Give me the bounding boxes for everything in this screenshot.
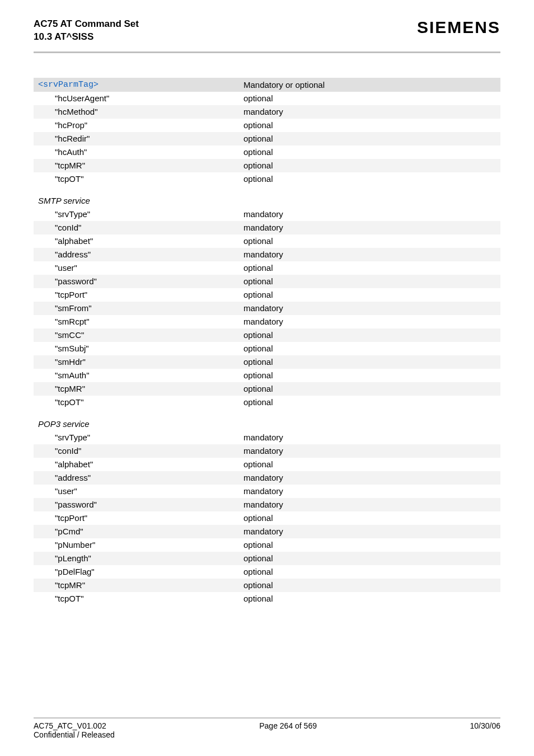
table-row: "pLength"optional	[34, 552, 500, 565]
table-row: "tcpMR"optional	[34, 159, 500, 172]
row-val: optional	[239, 119, 500, 132]
table-header-tag: <srvParmTag>	[34, 78, 239, 92]
page-footer: AC75_ATC_V01.002 Page 264 of 569 10/30/0…	[34, 717, 500, 739]
srvparmtag-link[interactable]: <srvParmTag>	[38, 80, 99, 90]
table-row: "hcAuth"optional	[34, 145, 500, 159]
row-val: mandatory	[239, 248, 500, 261]
row-tag: "srvType"	[34, 431, 239, 444]
row-tag: "hcUserAgent"	[34, 92, 239, 105]
row-tag: "user"	[34, 261, 239, 275]
row-val: optional	[239, 288, 500, 302]
table-row: "tcpPort"optional	[34, 288, 500, 302]
table-row: "alphabet"optional	[34, 458, 500, 471]
row-tag: "tcpOT"	[34, 592, 239, 605]
row-val: optional	[239, 565, 500, 579]
row-val: mandatory	[239, 485, 500, 498]
row-tag: "tcpMR"	[34, 382, 239, 396]
page-header: AC75 AT Command Set 10.3 AT^SISS SIEMENS	[34, 18, 500, 44]
table-row: "conId"mandatory	[34, 221, 500, 234]
row-tag: "password"	[34, 498, 239, 511]
row-val: optional	[239, 132, 500, 145]
table-row: "srvType"mandatory	[34, 431, 500, 444]
row-val: optional	[239, 145, 500, 159]
section-smtp: SMTP service	[34, 186, 500, 208]
row-tag: "address"	[34, 248, 239, 261]
table-row: "hcRedir"optional	[34, 132, 500, 145]
table-row: "smCC"optional	[34, 328, 500, 342]
row-tag: "hcProp"	[34, 119, 239, 132]
row-val: mandatory	[239, 105, 500, 119]
row-val: mandatory	[239, 525, 500, 538]
row-tag: "password"	[34, 275, 239, 288]
table-row: "pCmd"mandatory	[34, 525, 500, 538]
row-val: mandatory	[239, 471, 500, 485]
section-pop3: POP3 service	[34, 409, 500, 431]
table-row: "smHdr"optional	[34, 355, 500, 369]
table-row: "tcpPort"optional	[34, 511, 500, 525]
table-row: "hcMethod"mandatory	[34, 105, 500, 119]
row-val: optional	[239, 511, 500, 525]
header-title: AC75 AT Command Set 10.3 AT^SISS	[34, 18, 139, 44]
table-row: "hcUserAgent"optional	[34, 92, 500, 105]
table-row: "hcProp"optional	[34, 119, 500, 132]
row-val: optional	[239, 592, 500, 605]
row-tag: "smHdr"	[34, 355, 239, 369]
row-tag: "pDelFlag"	[34, 565, 239, 579]
table-row: "pDelFlag"optional	[34, 565, 500, 579]
row-val: optional	[239, 159, 500, 172]
header-title-line2: 10.3 AT^SISS	[34, 31, 139, 44]
table-row: "password"mandatory	[34, 498, 500, 511]
row-tag: "smSubj"	[34, 342, 239, 355]
row-val: optional	[239, 92, 500, 105]
row-tag: "tcpMR"	[34, 579, 239, 592]
row-tag: "tcpMR"	[34, 159, 239, 172]
row-val: mandatory	[239, 208, 500, 221]
footer-right: 10/30/06	[470, 721, 500, 730]
table-row: "smFrom"mandatory	[34, 302, 500, 315]
footer-line1: AC75_ATC_V01.002 Page 264 of 569 10/30/0…	[34, 721, 500, 730]
row-val: optional	[239, 369, 500, 382]
footer-left2: Confidential / Released	[34, 730, 500, 739]
row-tag: "pLength"	[34, 552, 239, 565]
row-val: optional	[239, 342, 500, 355]
table-row: "tcpMR"optional	[34, 382, 500, 396]
table-row: "smRcpt"mandatory	[34, 315, 500, 328]
table-row: "smSubj"optional	[34, 342, 500, 355]
row-val: mandatory	[239, 315, 500, 328]
table-row: "password"optional	[34, 275, 500, 288]
row-tag: "smAuth"	[34, 369, 239, 382]
row-val: optional	[239, 538, 500, 552]
row-val: optional	[239, 275, 500, 288]
row-tag: "smCC"	[34, 328, 239, 342]
section-title: SMTP service	[34, 186, 239, 208]
row-val: optional	[239, 234, 500, 248]
row-tag: "conId"	[34, 221, 239, 234]
header-title-line1: AC75 AT Command Set	[34, 18, 139, 31]
footer-divider	[34, 717, 500, 719]
footer-left: AC75_ATC_V01.002	[34, 721, 106, 730]
table-row: "tcpOT"optional	[34, 172, 500, 186]
row-val: optional	[239, 552, 500, 565]
row-val: optional	[239, 458, 500, 471]
content-table: <srvParmTag> Mandatory or optional "hcUs…	[34, 78, 500, 605]
row-val: mandatory	[239, 431, 500, 444]
row-tag: "alphabet"	[34, 234, 239, 248]
row-tag: "hcMethod"	[34, 105, 239, 119]
row-tag: "conId"	[34, 444, 239, 458]
table-row: "tcpMR"optional	[34, 579, 500, 592]
table-row: "tcpOT"optional	[34, 396, 500, 409]
row-val: mandatory	[239, 498, 500, 511]
row-tag: "user"	[34, 485, 239, 498]
row-tag: "address"	[34, 471, 239, 485]
row-val: optional	[239, 396, 500, 409]
row-val: optional	[239, 328, 500, 342]
table-row: "user"mandatory	[34, 485, 500, 498]
table-row: "address"mandatory	[34, 471, 500, 485]
row-tag: "smRcpt"	[34, 315, 239, 328]
table-row: "smAuth"optional	[34, 369, 500, 382]
table-row: "tcpOT"optional	[34, 592, 500, 605]
row-tag: "hcAuth"	[34, 145, 239, 159]
table-header-val: Mandatory or optional	[239, 78, 500, 92]
table-row: "user"optional	[34, 261, 500, 275]
row-tag: "tcpOT"	[34, 172, 239, 186]
